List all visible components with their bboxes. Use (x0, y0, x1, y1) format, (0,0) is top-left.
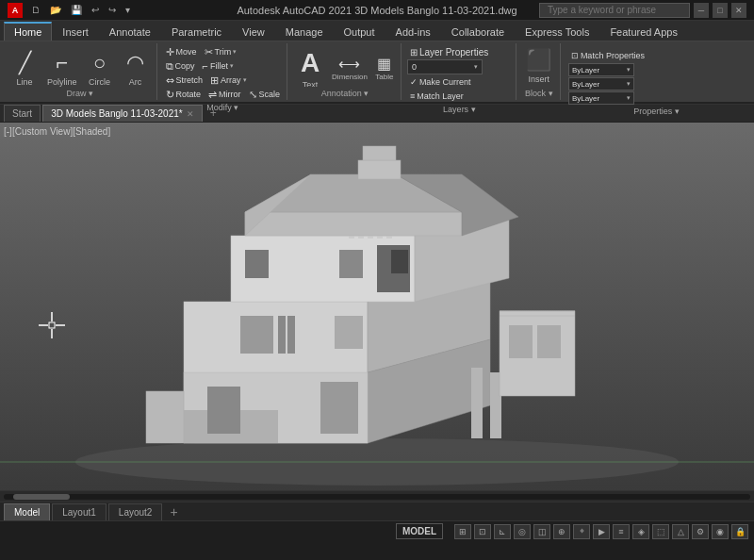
tab-manage[interactable]: Manage (275, 22, 334, 41)
snap-toggle[interactable]: ⊡ (474, 524, 491, 539)
workspace-switch[interactable]: ⚙ (692, 524, 709, 539)
layer-properties-icon: ⊞ (410, 47, 418, 58)
title-right: ─ □ ✕ (539, 3, 746, 18)
modify-row4: ↻Rotate ⇌Mirror ⤡Scale (163, 88, 284, 101)
start-tab[interactable]: Start (4, 105, 41, 122)
layer-properties-button[interactable]: ⊞ Layer Properties (407, 45, 491, 58)
tab-output[interactable]: Output (334, 22, 385, 41)
object-snap-toggle[interactable]: ◫ (533, 524, 550, 539)
undo-btn[interactable]: ↩ (89, 4, 102, 16)
move-button[interactable]: ✛Move (163, 45, 200, 58)
insert-button[interactable]: ⬛ Insert (522, 45, 556, 87)
svg-rect-38 (391, 250, 408, 273)
rotate-icon: ↻ (166, 89, 174, 101)
modify-tools: ✛Move ✂Trim ▾ ⧉Copy ⌐Fillet ▾ ⇔Stretch ⊞… (163, 45, 284, 101)
line-button[interactable]: ╱ Line (8, 45, 41, 87)
model-tab[interactable]: Model (4, 503, 50, 520)
dimension-icon: ⟷ (338, 57, 360, 72)
object-track-toggle[interactable]: ⊕ (553, 524, 570, 539)
annotation-group-label: Annotation ▾ (321, 87, 369, 98)
viewport[interactable]: [-][Custom View][Shaded] (0, 123, 754, 490)
annotation-tools: A Text ⟷ Dimension ▦ Table (293, 45, 397, 87)
lineweight-toggle[interactable]: ≡ (613, 524, 630, 539)
layers-row2: 0▾ (407, 59, 512, 74)
transparency-toggle[interactable]: ◈ (632, 524, 649, 539)
layers-tools: ⊞ Layer Properties 0▾ ✓ Make Current ≡ M… (407, 45, 512, 103)
linetype-dropdown[interactable]: ByLayer▾ (568, 77, 634, 91)
svg-rect-17 (339, 250, 363, 278)
tab-featured[interactable]: Featured Apps (599, 22, 688, 41)
dimension-button[interactable]: ⟷ Dimension (329, 45, 370, 87)
layout1-tab[interactable]: Layout1 (52, 503, 107, 520)
tab-collaborate[interactable]: Collaborate (441, 22, 515, 41)
tab-annotate[interactable]: Annotate (99, 22, 161, 41)
copy-button[interactable]: ⧉Copy (163, 59, 198, 73)
draw-tools: ╱ Line ⌐ Polyline ○ Circle ◠ Arc (8, 45, 153, 87)
model-indicator[interactable]: MODEL (396, 523, 443, 539)
scale-button[interactable]: ⤡Scale (246, 88, 284, 101)
layout2-tab[interactable]: Layout2 (108, 503, 163, 520)
search-input[interactable] (539, 3, 690, 18)
move-icon: ✛ (166, 46, 174, 58)
text-button[interactable]: A Text (293, 45, 327, 87)
ortho-toggle[interactable]: ⊾ (494, 524, 511, 539)
array-button[interactable]: ⊞Array ▾ (207, 74, 250, 87)
more-btn[interactable]: ▾ (123, 4, 133, 16)
svg-rect-6 (207, 387, 240, 434)
tab-parametric[interactable]: Parametric (161, 22, 232, 41)
open-btn[interactable]: 📂 (47, 4, 64, 16)
annotation-scale[interactable]: △ (672, 524, 689, 539)
selection-toggle[interactable]: ⬚ (652, 524, 669, 539)
trim-button[interactable]: ✂Trim ▾ (202, 45, 240, 58)
grid-toggle[interactable]: ⊞ (454, 524, 471, 539)
polyline-button[interactable]: ⌐ Polyline (43, 45, 81, 87)
scroll-thumb[interactable] (13, 494, 70, 500)
layer-dropdown-arrow: ▾ (474, 63, 478, 71)
tab-addins[interactable]: Add-ins (385, 22, 441, 41)
lock-ui[interactable]: 🔒 (731, 524, 748, 539)
ucs-toggle[interactable]: ⌖ (573, 524, 590, 539)
tab-express[interactable]: Express Tools (515, 22, 599, 41)
svg-rect-29 (363, 146, 396, 160)
tab-view[interactable]: View (232, 22, 275, 41)
table-button[interactable]: ▦ Table (372, 45, 397, 87)
color-row: ByLayer▾ (568, 63, 745, 76)
redo-btn[interactable]: ↪ (106, 4, 119, 16)
save-btn[interactable]: 💾 (68, 4, 85, 16)
fillet-button[interactable]: ⌐Fillet ▾ (200, 59, 237, 73)
color-dropdown[interactable]: ByLayer▾ (568, 63, 634, 76)
close-btn[interactable]: ✕ (731, 3, 746, 18)
isolate-objects[interactable]: ◉ (712, 524, 729, 539)
match-properties-button[interactable]: ⊡ Match Properties (568, 49, 647, 62)
tab-home[interactable]: Home (4, 22, 52, 41)
circle-button[interactable]: ○ Circle (83, 45, 117, 87)
lineweight-dropdown[interactable]: ByLayer▾ (568, 91, 634, 105)
dyn-toggle[interactable]: ▶ (593, 524, 610, 539)
layer-dropdown[interactable]: 0▾ (407, 59, 483, 74)
add-layout-button[interactable]: + (164, 502, 183, 521)
3d-viewport-canvas[interactable] (0, 123, 754, 490)
maximize-btn[interactable]: □ (713, 3, 728, 18)
minimize-btn[interactable]: ─ (694, 3, 709, 18)
stretch-button[interactable]: ⇔Stretch (163, 74, 206, 87)
rotate-button[interactable]: ↻Rotate (163, 88, 205, 101)
mirror-button[interactable]: ⇌Mirror (205, 88, 244, 101)
text-icon: A (301, 48, 320, 78)
file-tab[interactable]: 3D Models Banglo 11-03-2021* ✕ (42, 105, 203, 122)
arc-button[interactable]: ◠ Arc (119, 45, 153, 87)
ribbon-tabs: Home Insert Annotate Parametric View Man… (0, 21, 754, 41)
new-btn[interactable]: 🗋 (28, 4, 43, 16)
svg-rect-32 (537, 325, 561, 358)
tab-insert[interactable]: Insert (52, 22, 99, 41)
match-layer-button[interactable]: ≡ Match Layer (407, 90, 467, 103)
svg-rect-12 (471, 368, 483, 438)
tab-close-icon[interactable]: ✕ (187, 109, 194, 119)
ribbon-panel: ╱ Line ⌐ Polyline ○ Circle ◠ Arc Draw ▾ … (0, 41, 754, 104)
make-current-icon: ✓ (410, 77, 418, 87)
properties-group-label: Properties ▾ (633, 105, 680, 116)
horizontal-scrollbar[interactable] (0, 490, 754, 502)
make-current-button[interactable]: ✓ Make Current (407, 75, 474, 89)
status-icons: ⊞ ⊡ ⊾ ◎ ◫ ⊕ ⌖ ▶ ≡ ◈ ⬚ △ ⚙ ◉ 🔒 (454, 524, 748, 539)
circle-icon: ○ (93, 51, 106, 75)
polar-toggle[interactable]: ◎ (514, 524, 531, 539)
